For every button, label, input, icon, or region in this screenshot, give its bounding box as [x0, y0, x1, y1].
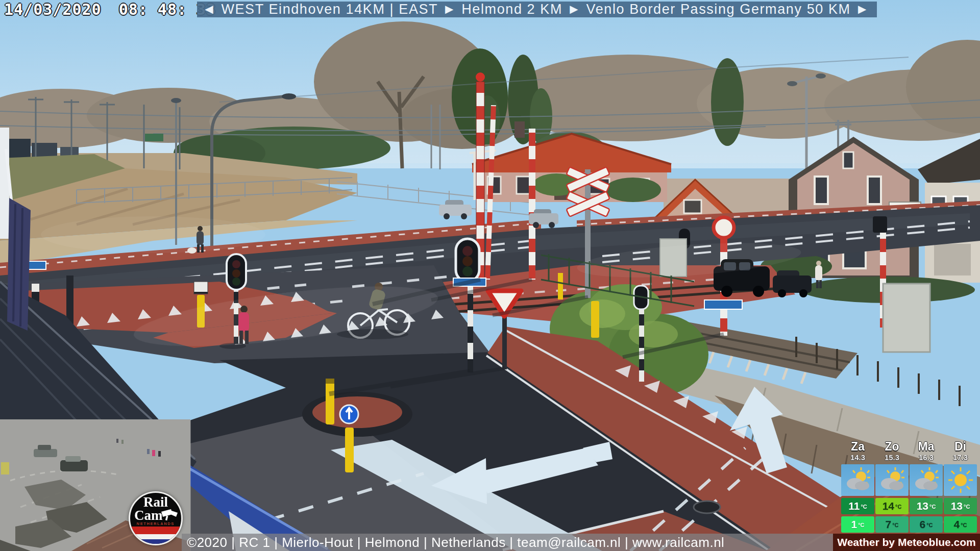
- partly-cloudy-icon: [875, 464, 909, 496]
- weather-days-row: Za Zo Ma Di: [841, 440, 978, 453]
- crossing-barrier-mast: [529, 129, 535, 280]
- weather-date: 14.3: [841, 453, 874, 463]
- round-sign: [714, 217, 734, 238]
- conifer-tree: [711, 58, 744, 146]
- weather-day: Zo: [875, 440, 909, 453]
- low-temp: 7°C: [875, 516, 909, 533]
- copyright-footer: ©2020 | RC 1 | Mierlo-Hout | Helmond | N…: [182, 534, 833, 551]
- logo-country: NETHERLANDS: [130, 521, 181, 526]
- high-temp: 13°C: [944, 498, 977, 514]
- high-temp: 14°C: [875, 498, 909, 514]
- direction-banner: ◄ WEST Eindhoven 14KM | EAST ► Helmond 2…: [197, 2, 877, 17]
- pip-figure: [1, 462, 9, 474]
- weather-high-temps-row: 11°C 14°C 13°C 13°C: [841, 498, 978, 514]
- flag: [7, 198, 31, 331]
- low-temp: 6°C: [910, 516, 943, 533]
- crossing-lamp: [476, 72, 485, 82]
- traffic-light-pole: [639, 306, 644, 382]
- logo-stripe-red: [130, 527, 181, 534]
- crossing-light-box: [873, 216, 887, 233]
- partly-cloudy-icon: [841, 464, 874, 496]
- parked-car-silver: [439, 200, 472, 219]
- weather-day: Ma: [910, 440, 943, 453]
- timestamp-date: 14/03/2020: [4, 1, 102, 18]
- weather-day: Za: [841, 440, 874, 453]
- webcam-frame: B&B: [0, 0, 980, 551]
- low-temp: 1°C: [841, 516, 874, 533]
- weather-date: 16.3: [910, 453, 943, 463]
- station-sign: [145, 134, 163, 141]
- weather-widget: Za Zo Ma Di 14.3 15.3 16.3 17.3: [841, 440, 978, 533]
- railcam-logo: Rail Cam NETHERLANDS: [129, 491, 183, 545]
- weather-icons-row: [841, 464, 978, 496]
- meteoblue-credit: Weather by Meteoblue.com: [833, 534, 980, 551]
- weather-date: 15.3: [875, 453, 909, 463]
- logo-stripe-white: [130, 534, 181, 539]
- weather-dates-row: 14.3 15.3 16.3 17.3: [841, 453, 978, 463]
- timestamp-overlay: 14/03/202008: 48: 33: [4, 1, 216, 18]
- high-temp: 13°C: [910, 498, 943, 514]
- weather-low-temps-row: 1°C 7°C 6°C 4°C: [841, 516, 978, 533]
- weather-date: 17.3: [944, 453, 977, 463]
- high-temp: 11°C: [841, 498, 874, 514]
- weather-day: Di: [944, 440, 977, 453]
- yellow-bollard: [591, 301, 599, 338]
- yellow-bollard: [558, 273, 563, 299]
- yellow-bollard: [326, 379, 334, 424]
- sunny-icon: [944, 464, 977, 496]
- cctv-camera-icon: [160, 508, 179, 521]
- yellow-bollard: [345, 428, 354, 472]
- manhole: [694, 501, 720, 513]
- relay-cabinet: [883, 284, 930, 352]
- partly-cloudy-icon: [910, 464, 943, 496]
- low-temp: 4°C: [944, 516, 977, 533]
